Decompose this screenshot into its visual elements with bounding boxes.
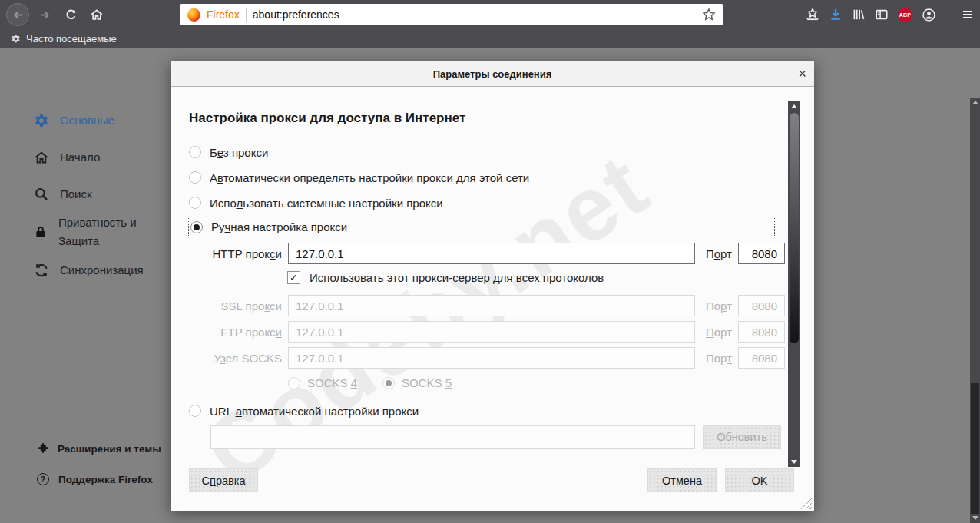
dialog-titlebar: Параметры соединения × bbox=[171, 61, 814, 87]
sidebar-item-search[interactable]: Поиск bbox=[34, 185, 92, 204]
http-port-input[interactable] bbox=[738, 243, 785, 264]
socks-host-label: Узел SOCKS bbox=[189, 352, 285, 365]
sidebar-item-sync[interactable]: Синхронизация bbox=[34, 261, 144, 280]
radio-label: Автоматически определять настройки прокс… bbox=[210, 171, 529, 184]
bookmarks-bar-item[interactable]: Часто посещаемые bbox=[26, 33, 117, 45]
gear-icon bbox=[11, 34, 21, 44]
scroll-up-arrow-icon[interactable] bbox=[972, 101, 978, 104]
account-icon[interactable] bbox=[922, 8, 936, 22]
help-button[interactable]: Справка bbox=[189, 468, 258, 492]
ftp-proxy-label: FTP прокси bbox=[189, 326, 285, 339]
bookmarks-menu-icon[interactable] bbox=[806, 8, 819, 22]
adblock-abp-badge[interactable]: ABP bbox=[898, 8, 912, 22]
radio-icon[interactable] bbox=[189, 405, 201, 417]
socks-host-row: Узел SOCKS Порт bbox=[189, 347, 785, 369]
socks-host-input bbox=[288, 347, 695, 369]
forward-button[interactable] bbox=[34, 4, 55, 25]
sidebar-item-label: Основные bbox=[60, 111, 114, 130]
gear-icon bbox=[34, 113, 49, 128]
scroll-up-arrow-icon[interactable] bbox=[791, 104, 797, 108]
sidebar-item-label: Поиск bbox=[60, 185, 92, 204]
http-port-label: Порт bbox=[703, 247, 732, 260]
sidebar-item-label: Приватность иЗащита bbox=[58, 214, 137, 250]
radio-socks4-icon bbox=[288, 377, 300, 389]
dialog-title: Параметры соединения bbox=[433, 68, 552, 80]
radio-socks5-icon bbox=[382, 377, 395, 389]
radio-system-proxy[interactable]: Использовать системные настройки прокси bbox=[189, 194, 443, 212]
page-scrollbar[interactable] bbox=[970, 98, 980, 523]
sidebar-item-label: Поддержка Firefox bbox=[58, 474, 153, 485]
ssl-proxy-label: SSL прокси bbox=[189, 300, 285, 313]
radio-icon[interactable] bbox=[189, 171, 201, 184]
library-icon[interactable] bbox=[852, 8, 866, 22]
bookmark-star-icon[interactable] bbox=[702, 8, 716, 22]
radio-manual-proxy[interactable]: Ручная настройка прокси bbox=[188, 217, 775, 237]
http-proxy-label: HTTP прокси bbox=[189, 247, 285, 260]
radio-label: Ручная настройка прокси bbox=[211, 220, 347, 233]
brand-label: Firefox bbox=[207, 8, 240, 21]
radio-no-proxy[interactable]: Без прокси bbox=[189, 143, 268, 161]
home-icon bbox=[34, 150, 49, 165]
sidebar-item-privacy[interactable]: Приватность иЗащита bbox=[34, 214, 137, 250]
back-button[interactable] bbox=[6, 3, 29, 26]
ssl-proxy-row: SSL прокси Порт bbox=[189, 295, 785, 316]
bookmarks-bar: Часто посещаемые bbox=[0, 29, 980, 48]
ssl-port-label: Порт bbox=[703, 300, 732, 313]
ftp-proxy-row: FTP прокси Порт bbox=[189, 321, 785, 343]
sidebar-item-label: Расширения и темы bbox=[58, 443, 161, 455]
ftp-port-label: Порт bbox=[703, 326, 732, 339]
socks5-label: SOCKS 5 bbox=[402, 376, 452, 389]
ftp-port-input bbox=[738, 321, 785, 343]
sidebar-item-label: Начало bbox=[60, 148, 100, 167]
scroll-down-arrow-icon[interactable] bbox=[791, 460, 797, 464]
address-text[interactable]: about:preferences bbox=[253, 8, 696, 21]
radio-auto-detect[interactable]: Автоматически определять настройки прокс… bbox=[189, 168, 529, 187]
dialog-scrollbar[interactable] bbox=[788, 101, 800, 467]
search-icon bbox=[34, 187, 49, 202]
forward-icon bbox=[38, 8, 51, 22]
http-proxy-input[interactable] bbox=[288, 243, 695, 264]
menu-button[interactable] bbox=[962, 8, 974, 21]
ftp-proxy-input bbox=[288, 321, 695, 343]
home-button[interactable] bbox=[86, 4, 108, 25]
sidebar-item-label: Синхронизация bbox=[60, 261, 144, 280]
ok-button[interactable]: OK bbox=[725, 468, 794, 492]
dialog-scrollbar-thumb[interactable] bbox=[790, 113, 799, 343]
sync-icon bbox=[34, 263, 49, 278]
use-for-all-protocols-row[interactable]: ✓ Использовать этот прокси-сервер для вс… bbox=[287, 271, 604, 284]
resize-grip[interactable] bbox=[800, 498, 812, 509]
sidebar-toggle-icon[interactable] bbox=[875, 8, 889, 22]
radio-selected-icon[interactable] bbox=[190, 221, 203, 233]
checkbox-checked-icon[interactable]: ✓ bbox=[287, 271, 300, 284]
socks-version-row: SOCKS 4 SOCKS 5 bbox=[288, 376, 452, 389]
radio-pac-url[interactable]: URL автоматической настройки прокси bbox=[189, 402, 419, 420]
scroll-down-arrow-icon[interactable] bbox=[972, 516, 978, 520]
checkbox-label: Использовать этот прокси-сервер для всех… bbox=[310, 271, 604, 284]
url-bar[interactable]: Firefox about:preferences bbox=[180, 4, 723, 25]
home-icon bbox=[90, 8, 104, 22]
url-separator bbox=[246, 8, 247, 22]
sidebar-item-extensions[interactable]: Расширения и темы bbox=[37, 443, 161, 455]
sidebar-item-general[interactable]: Основные bbox=[34, 111, 114, 130]
toolbar-separator bbox=[949, 7, 949, 22]
pac-url-input bbox=[210, 425, 695, 449]
sidebar-item-home[interactable]: Начало bbox=[34, 148, 100, 167]
page-scrollbar-thumb[interactable] bbox=[971, 383, 979, 514]
socks-port-label: Порт bbox=[703, 352, 732, 365]
cancel-button[interactable]: Отмена bbox=[647, 468, 717, 492]
http-proxy-row: HTTP прокси Порт bbox=[189, 243, 785, 264]
ssl-proxy-input bbox=[288, 295, 695, 316]
radio-label: Без прокси bbox=[210, 146, 268, 159]
downloads-icon[interactable] bbox=[829, 8, 843, 22]
screen: Firefox about:preferences ABP bbox=[0, 0, 980, 523]
radio-icon[interactable] bbox=[189, 146, 201, 158]
question-icon: ? bbox=[37, 473, 49, 485]
proxy-section-heading: Настройка прокси для доступа в Интернет bbox=[189, 111, 465, 126]
radio-icon[interactable] bbox=[189, 197, 201, 209]
firefox-logo-icon bbox=[187, 8, 200, 22]
sidebar-item-support[interactable]: ? Поддержка Firefox bbox=[37, 473, 153, 485]
reload-button[interactable] bbox=[60, 4, 81, 25]
reload-pac-button: Обновить bbox=[703, 425, 781, 449]
close-icon[interactable]: × bbox=[798, 61, 806, 86]
toolbar-right-group: ABP bbox=[806, 7, 974, 22]
